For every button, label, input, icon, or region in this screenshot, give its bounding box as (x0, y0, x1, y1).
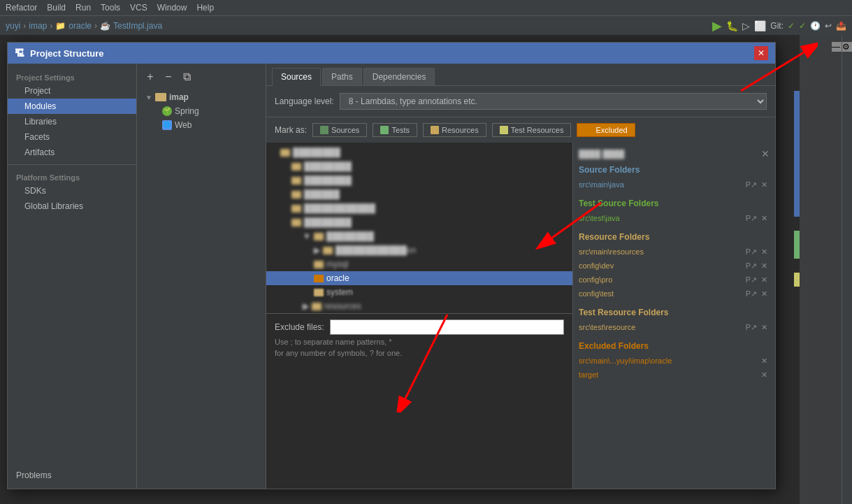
resource-folder-props-1[interactable]: P↗ (746, 260, 757, 271)
resource-folder-remove-2[interactable]: ✕ (758, 274, 770, 285)
excluded-folder-remove-1[interactable]: ✕ (758, 369, 770, 380)
project-sidebar: Project Settings Project Modules Librari… (8, 64, 137, 489)
file-item-6[interactable]: ████████ (266, 215, 572, 229)
menu-item-help[interactable]: Help (196, 3, 214, 13)
resource-folder-remove-3[interactable]: ✕ (758, 288, 770, 299)
collapse-icon-bg[interactable]: — (832, 42, 842, 52)
mark-resources-button[interactable]: Resources (423, 123, 486, 137)
sidebar-item-problems[interactable]: Problems (8, 462, 136, 483)
git-history-icon[interactable]: 🕐 (810, 21, 821, 31)
breadcrumb-oracle[interactable]: oracle (68, 21, 92, 31)
sidebar-item-sdks[interactable]: SDKs (8, 183, 136, 199)
mark-test-resources-button[interactable]: Test Resources (492, 123, 572, 137)
dialog-close-button[interactable]: ✕ (754, 46, 768, 60)
tree-item-web[interactable]: 🌐 Web (143, 118, 260, 132)
tab-paths[interactable]: Paths (322, 68, 362, 85)
excluded-dot-icon (584, 126, 593, 134)
resource-folder-props-2[interactable]: P↗ (746, 274, 757, 285)
breadcrumb-yuyi[interactable]: yuyi (6, 21, 20, 31)
mark-test-resources-label: Test Resources (511, 126, 564, 134)
tree-remove-button[interactable]: − (161, 69, 176, 85)
sidebar-item-project[interactable]: Project (8, 83, 136, 99)
source-folder-remove-0[interactable]: ✕ (758, 179, 770, 190)
menu-item-vcs[interactable]: VCS (130, 3, 147, 13)
mark-sources-button[interactable]: Sources (312, 123, 367, 137)
folder-icon-8 (323, 247, 333, 254)
file-item-8[interactable]: ▶ ████████████on (266, 243, 572, 257)
git-push-icon[interactable]: 📤 (836, 21, 846, 31)
file-item-system[interactable]: system (266, 285, 572, 299)
file-item-resources[interactable]: ▶ resources (266, 299, 572, 313)
file-item-2[interactable]: ████████ (266, 159, 572, 173)
source-folder-path-0: src\main\java (579, 180, 746, 189)
file-item-oracle[interactable]: oracle (266, 271, 572, 285)
mark-tests-button[interactable]: Tests (373, 123, 417, 137)
file-item-5[interactable]: ████████████ (266, 201, 572, 215)
tree-item-imap[interactable]: ▼ imap (143, 90, 260, 104)
sidebar-item-libraries[interactable]: Libraries (8, 114, 136, 129)
right-scrollbar[interactable] (842, 35, 852, 504)
resource-folder-remove-0[interactable]: ✕ (758, 246, 770, 257)
info-panel-close-button[interactable]: ✕ (761, 148, 770, 159)
run-icon[interactable]: ▶ (712, 18, 722, 34)
file-tree-panel[interactable]: ████████ ████████ ████████ (266, 143, 572, 489)
settings-icon-bg[interactable]: ⚙ (842, 42, 852, 52)
dialog-icon: 🏗 (15, 48, 24, 59)
exclude-hint-2: for any number of symbols, ? for one. (275, 349, 564, 357)
folder-icon-7 (314, 233, 324, 240)
resource-folder-props-3[interactable]: P↗ (746, 288, 757, 299)
menu-item-tools[interactable]: Tools (101, 3, 120, 13)
dialog-titlebar: 🏗 Project Structure ✕ (8, 43, 775, 64)
language-level-row: Language level: 3 - JDK 1.35 - Enums, au… (266, 86, 775, 117)
file-item-3[interactable]: ████████ (266, 173, 572, 187)
breadcrumb-file[interactable]: TestImpl.java (113, 21, 162, 31)
test-source-folder-entry-0: src\test\java P↗ ✕ (579, 211, 770, 225)
test-source-folder-props-0[interactable]: P↗ (746, 213, 757, 224)
excluded-folder-path-0: src\main\...yuyi\imap\oracle (579, 357, 758, 365)
menu-item-run[interactable]: Run (75, 3, 91, 13)
file-item-4[interactable]: ██████ (266, 187, 572, 201)
platform-settings-header: Platform Settings (8, 169, 136, 183)
test-resource-folder-entry-0: src\test\resource P↗✕ (579, 320, 770, 334)
test-resource-folder-props-0[interactable]: P↗ (746, 322, 757, 333)
menu-item-build[interactable]: Build (47, 3, 66, 13)
tab-dependencies[interactable]: Dependencies (363, 68, 435, 85)
exclude-files-input[interactable] (330, 319, 564, 335)
web-icon: 🌐 (162, 120, 172, 130)
tree-copy-button[interactable]: ⧉ (179, 69, 194, 85)
debug-icon[interactable]: 🐛 (726, 20, 738, 31)
mark-excluded-button[interactable]: Excluded (577, 123, 635, 137)
folder-expand-icon: ▼ (145, 94, 152, 101)
git-undo-icon[interactable]: ↩ (825, 21, 832, 31)
test-source-folder-actions-0: P↗ ✕ (746, 213, 770, 224)
menu-item-window[interactable]: Window (157, 3, 187, 13)
source-folder-props-0[interactable]: P↗ (746, 179, 757, 190)
sidebar-item-modules[interactable]: Modules (8, 99, 136, 114)
breadcrumb-file-icon: ☕ (100, 21, 110, 31)
test-resource-folder-remove-0[interactable]: ✕ (758, 322, 770, 333)
test-source-folders-section: Test Source Folders src\test\java P↗ ✕ (579, 199, 770, 225)
git-check-icon[interactable]: ✓ (788, 21, 795, 31)
file-item-resources-label: resources (324, 301, 361, 311)
resource-folder-remove-1[interactable]: ✕ (758, 260, 770, 271)
sidebar-item-facets[interactable]: Facets (8, 129, 136, 145)
yellow-indicator (794, 273, 800, 287)
file-item-mysql[interactable]: mysql (266, 257, 572, 271)
excluded-folder-remove-0[interactable]: ✕ (758, 355, 770, 366)
sidebar-item-global-libraries[interactable]: Global Libraries (8, 199, 136, 214)
sidebar-item-artifacts[interactable]: Artifacts (8, 145, 136, 160)
file-item-7[interactable]: ▼ ████████ (266, 229, 572, 243)
resource-folder-props-0[interactable]: P↗ (746, 246, 757, 257)
file-item-oracle-label: oracle (326, 273, 349, 283)
breadcrumb-imap[interactable]: imap (29, 21, 47, 31)
tab-sources[interactable]: Sources (272, 68, 321, 86)
file-item-1[interactable]: ████████ (266, 145, 572, 159)
test-source-folder-remove-0[interactable]: ✕ (758, 213, 770, 224)
language-level-select[interactable]: 3 - JDK 1.35 - Enums, autoboxing etc.6 -… (340, 93, 767, 110)
git-check2-icon[interactable]: ✓ (799, 21, 806, 31)
stop-icon[interactable]: ⬜ (754, 20, 766, 31)
run2-icon[interactable]: ▷ (742, 20, 750, 31)
menu-item-refactor[interactable]: Refactor (6, 3, 37, 13)
tree-item-spring[interactable]: 🌱 Spring (143, 104, 260, 118)
tree-add-button[interactable]: + (143, 69, 158, 85)
